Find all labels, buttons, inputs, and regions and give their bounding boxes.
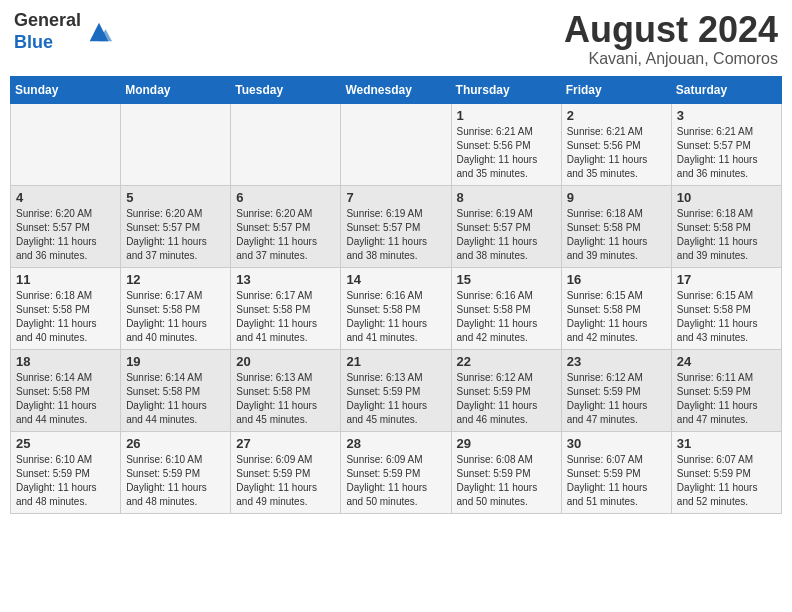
day-number: 23 [567, 354, 666, 369]
day-number: 8 [457, 190, 556, 205]
calendar-cell: 1Sunrise: 6:21 AM Sunset: 5:56 PM Daylig… [451, 103, 561, 185]
day-info: Sunrise: 6:16 AM Sunset: 5:58 PM Dayligh… [346, 289, 445, 345]
calendar-week-row: 4Sunrise: 6:20 AM Sunset: 5:57 PM Daylig… [11, 185, 782, 267]
day-number: 16 [567, 272, 666, 287]
page-header: General Blue August 2024 Kavani, Anjouan… [10, 10, 782, 68]
calendar-cell: 5Sunrise: 6:20 AM Sunset: 5:57 PM Daylig… [121, 185, 231, 267]
calendar-header: Sunday Monday Tuesday Wednesday Thursday… [11, 76, 782, 103]
calendar-cell: 31Sunrise: 6:07 AM Sunset: 5:59 PM Dayli… [671, 431, 781, 513]
day-info: Sunrise: 6:21 AM Sunset: 5:56 PM Dayligh… [567, 125, 666, 181]
calendar-week-row: 25Sunrise: 6:10 AM Sunset: 5:59 PM Dayli… [11, 431, 782, 513]
calendar-cell: 7Sunrise: 6:19 AM Sunset: 5:57 PM Daylig… [341, 185, 451, 267]
day-info: Sunrise: 6:17 AM Sunset: 5:58 PM Dayligh… [126, 289, 225, 345]
header-friday: Friday [561, 76, 671, 103]
day-info: Sunrise: 6:09 AM Sunset: 5:59 PM Dayligh… [236, 453, 335, 509]
day-info: Sunrise: 6:19 AM Sunset: 5:57 PM Dayligh… [457, 207, 556, 263]
logo-blue: Blue [14, 32, 81, 54]
calendar-week-row: 11Sunrise: 6:18 AM Sunset: 5:58 PM Dayli… [11, 267, 782, 349]
day-info: Sunrise: 6:20 AM Sunset: 5:57 PM Dayligh… [126, 207, 225, 263]
calendar-cell: 21Sunrise: 6:13 AM Sunset: 5:59 PM Dayli… [341, 349, 451, 431]
header-row: Sunday Monday Tuesday Wednesday Thursday… [11, 76, 782, 103]
day-info: Sunrise: 6:14 AM Sunset: 5:58 PM Dayligh… [126, 371, 225, 427]
day-info: Sunrise: 6:18 AM Sunset: 5:58 PM Dayligh… [677, 207, 776, 263]
day-number: 6 [236, 190, 335, 205]
day-info: Sunrise: 6:10 AM Sunset: 5:59 PM Dayligh… [16, 453, 115, 509]
day-number: 9 [567, 190, 666, 205]
calendar-cell: 14Sunrise: 6:16 AM Sunset: 5:58 PM Dayli… [341, 267, 451, 349]
day-number: 5 [126, 190, 225, 205]
logo: General Blue [14, 10, 113, 53]
day-number: 25 [16, 436, 115, 451]
day-info: Sunrise: 6:21 AM Sunset: 5:57 PM Dayligh… [677, 125, 776, 181]
calendar-cell: 10Sunrise: 6:18 AM Sunset: 5:58 PM Dayli… [671, 185, 781, 267]
day-number: 7 [346, 190, 445, 205]
day-info: Sunrise: 6:08 AM Sunset: 5:59 PM Dayligh… [457, 453, 556, 509]
day-number: 24 [677, 354, 776, 369]
day-info: Sunrise: 6:16 AM Sunset: 5:58 PM Dayligh… [457, 289, 556, 345]
calendar-cell: 18Sunrise: 6:14 AM Sunset: 5:58 PM Dayli… [11, 349, 121, 431]
day-info: Sunrise: 6:21 AM Sunset: 5:56 PM Dayligh… [457, 125, 556, 181]
calendar-cell: 8Sunrise: 6:19 AM Sunset: 5:57 PM Daylig… [451, 185, 561, 267]
month-year-title: August 2024 [564, 10, 778, 50]
day-info: Sunrise: 6:18 AM Sunset: 5:58 PM Dayligh… [16, 289, 115, 345]
day-info: Sunrise: 6:14 AM Sunset: 5:58 PM Dayligh… [16, 371, 115, 427]
day-info: Sunrise: 6:07 AM Sunset: 5:59 PM Dayligh… [567, 453, 666, 509]
day-info: Sunrise: 6:13 AM Sunset: 5:59 PM Dayligh… [346, 371, 445, 427]
calendar-cell: 4Sunrise: 6:20 AM Sunset: 5:57 PM Daylig… [11, 185, 121, 267]
calendar-cell: 2Sunrise: 6:21 AM Sunset: 5:56 PM Daylig… [561, 103, 671, 185]
calendar-cell: 19Sunrise: 6:14 AM Sunset: 5:58 PM Dayli… [121, 349, 231, 431]
day-info: Sunrise: 6:18 AM Sunset: 5:58 PM Dayligh… [567, 207, 666, 263]
header-tuesday: Tuesday [231, 76, 341, 103]
calendar-cell: 9Sunrise: 6:18 AM Sunset: 5:58 PM Daylig… [561, 185, 671, 267]
calendar-cell [231, 103, 341, 185]
day-info: Sunrise: 6:07 AM Sunset: 5:59 PM Dayligh… [677, 453, 776, 509]
day-info: Sunrise: 6:12 AM Sunset: 5:59 PM Dayligh… [457, 371, 556, 427]
header-thursday: Thursday [451, 76, 561, 103]
calendar-cell: 23Sunrise: 6:12 AM Sunset: 5:59 PM Dayli… [561, 349, 671, 431]
day-number: 4 [16, 190, 115, 205]
header-wednesday: Wednesday [341, 76, 451, 103]
day-number: 14 [346, 272, 445, 287]
header-saturday: Saturday [671, 76, 781, 103]
day-number: 27 [236, 436, 335, 451]
logo-icon [85, 18, 113, 46]
calendar-cell: 15Sunrise: 6:16 AM Sunset: 5:58 PM Dayli… [451, 267, 561, 349]
calendar-cell: 29Sunrise: 6:08 AM Sunset: 5:59 PM Dayli… [451, 431, 561, 513]
calendar-cell: 20Sunrise: 6:13 AM Sunset: 5:58 PM Dayli… [231, 349, 341, 431]
calendar-cell: 11Sunrise: 6:18 AM Sunset: 5:58 PM Dayli… [11, 267, 121, 349]
calendar-cell: 17Sunrise: 6:15 AM Sunset: 5:58 PM Dayli… [671, 267, 781, 349]
calendar-cell: 22Sunrise: 6:12 AM Sunset: 5:59 PM Dayli… [451, 349, 561, 431]
calendar-cell: 25Sunrise: 6:10 AM Sunset: 5:59 PM Dayli… [11, 431, 121, 513]
calendar-cell [11, 103, 121, 185]
logo-general: General [14, 10, 81, 32]
day-info: Sunrise: 6:12 AM Sunset: 5:59 PM Dayligh… [567, 371, 666, 427]
calendar-table: Sunday Monday Tuesday Wednesday Thursday… [10, 76, 782, 514]
day-number: 1 [457, 108, 556, 123]
calendar-cell: 6Sunrise: 6:20 AM Sunset: 5:57 PM Daylig… [231, 185, 341, 267]
calendar-cell: 28Sunrise: 6:09 AM Sunset: 5:59 PM Dayli… [341, 431, 451, 513]
day-number: 30 [567, 436, 666, 451]
day-number: 15 [457, 272, 556, 287]
calendar-cell [341, 103, 451, 185]
calendar-cell: 26Sunrise: 6:10 AM Sunset: 5:59 PM Dayli… [121, 431, 231, 513]
day-number: 22 [457, 354, 556, 369]
calendar-cell: 3Sunrise: 6:21 AM Sunset: 5:57 PM Daylig… [671, 103, 781, 185]
calendar-cell: 27Sunrise: 6:09 AM Sunset: 5:59 PM Dayli… [231, 431, 341, 513]
title-section: August 2024 Kavani, Anjouan, Comoros [564, 10, 778, 68]
day-number: 11 [16, 272, 115, 287]
day-info: Sunrise: 6:17 AM Sunset: 5:58 PM Dayligh… [236, 289, 335, 345]
calendar-week-row: 18Sunrise: 6:14 AM Sunset: 5:58 PM Dayli… [11, 349, 782, 431]
day-info: Sunrise: 6:20 AM Sunset: 5:57 PM Dayligh… [236, 207, 335, 263]
calendar-cell: 30Sunrise: 6:07 AM Sunset: 5:59 PM Dayli… [561, 431, 671, 513]
day-info: Sunrise: 6:11 AM Sunset: 5:59 PM Dayligh… [677, 371, 776, 427]
day-info: Sunrise: 6:20 AM Sunset: 5:57 PM Dayligh… [16, 207, 115, 263]
calendar-cell [121, 103, 231, 185]
header-sunday: Sunday [11, 76, 121, 103]
day-number: 31 [677, 436, 776, 451]
day-number: 21 [346, 354, 445, 369]
day-info: Sunrise: 6:19 AM Sunset: 5:57 PM Dayligh… [346, 207, 445, 263]
calendar-body: 1Sunrise: 6:21 AM Sunset: 5:56 PM Daylig… [11, 103, 782, 513]
day-number: 29 [457, 436, 556, 451]
location-subtitle: Kavani, Anjouan, Comoros [564, 50, 778, 68]
day-info: Sunrise: 6:10 AM Sunset: 5:59 PM Dayligh… [126, 453, 225, 509]
